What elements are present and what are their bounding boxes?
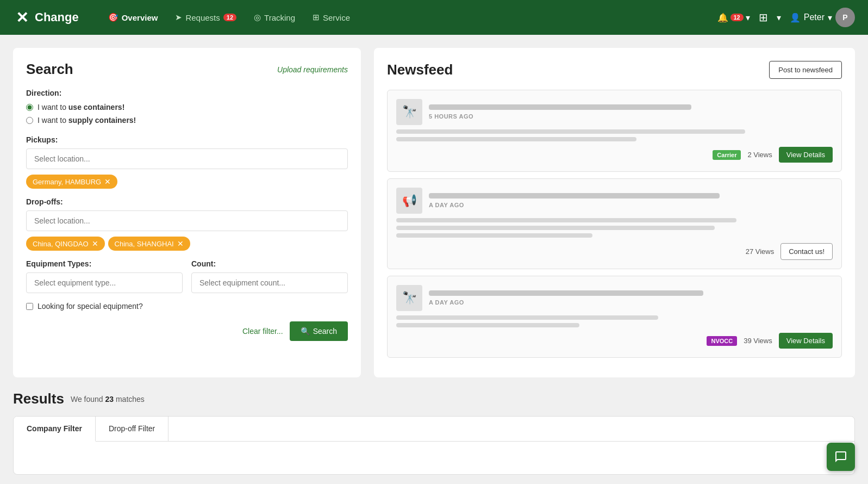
avatar: P: [835, 8, 855, 27]
news-icon-binoculars: 🔭: [396, 99, 422, 125]
tag-china-shanghai: China, SHANGHAI ✕: [108, 237, 190, 251]
tab-dropoff-filter[interactable]: Drop-off Filter: [96, 417, 168, 441]
dropoffs-section: Drop-offs: China, QINGDAO ✕ China, SHANG…: [26, 197, 348, 251]
radio-use-label: I want to use containers!: [38, 103, 124, 111]
nav-label-overview: Overview: [122, 13, 158, 22]
news-body-line: [396, 315, 658, 320]
views-count: 27 Views: [746, 247, 775, 256]
news-time: A DAY AGO: [429, 299, 833, 306]
views-count: 39 Views: [744, 337, 772, 345]
special-equipment-checkbox[interactable]: [26, 303, 33, 310]
news-body-line: [396, 218, 736, 222]
special-equipment-label[interactable]: Looking for special equipment?: [38, 302, 143, 311]
pickups-label: Pickups:: [26, 135, 348, 144]
nav-item-tracking[interactable]: ◎ Tracking: [246, 8, 303, 27]
nav-item-requests[interactable]: ➤ Requests 12: [167, 8, 244, 27]
news-footer: Carrier 2 Views View Details: [396, 147, 833, 163]
tag-remove-qingdao[interactable]: ✕: [92, 239, 98, 248]
upload-requirements-link[interactable]: Upload requirements: [277, 65, 348, 74]
nav-item-overview[interactable]: 🎯 Overview: [101, 8, 166, 27]
news-meta: 5 HOURS AGO: [429, 104, 833, 120]
search-actions: Clear filter... 🔍 Search: [26, 321, 348, 341]
news-meta: A DAY AGO: [429, 290, 833, 306]
dropoffs-tags: China, QINGDAO ✕ China, SHANGHAI ✕: [26, 237, 348, 251]
special-equipment-section: Looking for special equipment?: [26, 302, 348, 311]
direction-label: Direction:: [26, 89, 348, 97]
radio-supply-label: I want to supply containers!: [38, 116, 136, 125]
news-footer: 27 Views Contact us!: [396, 243, 833, 260]
count-input[interactable]: [191, 272, 348, 293]
news-time: 5 HOURS AGO: [429, 113, 833, 120]
radio-supply-input[interactable]: [26, 117, 33, 124]
post-to-newsfeed-button[interactable]: Post to newsfeed: [769, 61, 842, 79]
search-title: Search: [26, 61, 73, 78]
notifications-chevron: ▾: [746, 13, 750, 23]
contact-button[interactable]: Contact us!: [780, 243, 833, 260]
news-footer: NVOCC 39 Views View Details: [396, 333, 833, 349]
search-panel: Search Upload requirements Direction: I …: [13, 48, 361, 377]
logo[interactable]: ✕ Change: [13, 9, 79, 26]
news-icon-binoculars-2: 🔭: [396, 285, 422, 311]
news-body-line: [396, 129, 745, 134]
results-section: Results We found 23 matches Company Filt…: [0, 377, 868, 484]
tag-remove-germany[interactable]: ✕: [104, 177, 111, 186]
search-button[interactable]: 🔍 Search: [290, 321, 348, 341]
news-body: [396, 315, 833, 327]
pickups-input[interactable]: [26, 148, 348, 169]
radio-use-containers[interactable]: I want to use containers!: [26, 103, 348, 111]
user-menu[interactable]: 👤 Peter ▾ P: [790, 8, 855, 27]
overview-icon: 🎯: [108, 13, 118, 22]
search-panel-header: Search Upload requirements: [26, 61, 348, 78]
news-item-header: 📢 A DAY AGO: [396, 188, 833, 214]
tag-china-qingdao: China, QINGDAO ✕: [26, 237, 105, 251]
news-title-bar: [429, 290, 703, 296]
results-title: Results: [13, 390, 64, 407]
news-body: [396, 129, 833, 141]
notifications-bell[interactable]: 🔔 12 ▾: [717, 13, 750, 23]
results-subtitle: We found 23 matches: [71, 395, 145, 404]
view-details-button[interactable]: View Details: [779, 147, 833, 163]
grid-icon[interactable]: ⊞: [759, 11, 768, 24]
tab-company-filter[interactable]: Company Filter: [14, 417, 96, 442]
logo-text: Change: [35, 10, 79, 24]
user-name: Peter: [804, 13, 825, 22]
news-time: A DAY AGO: [429, 202, 833, 208]
user-chevron: ▾: [828, 13, 832, 23]
view-details-button-2[interactable]: View Details: [779, 333, 833, 349]
results-suffix: matches: [116, 395, 145, 404]
news-meta: A DAY AGO: [429, 193, 833, 208]
tag-remove-shanghai[interactable]: ✕: [177, 239, 184, 248]
carrier-badge: Carrier: [713, 150, 741, 160]
radio-use-input[interactable]: [26, 104, 33, 111]
tag-label: China, SHANGHAI: [115, 240, 174, 248]
nav-label-requests: Requests: [185, 13, 220, 22]
newsfeed-title: Newsfeed: [387, 61, 453, 78]
tab-content: [14, 442, 854, 474]
dropoffs-input[interactable]: [26, 210, 348, 231]
notifications-badge: 12: [730, 14, 744, 21]
chat-button[interactable]: [827, 443, 855, 471]
news-item: 📢 A DAY AGO 27 Views Contact us!: [387, 178, 842, 269]
news-body-line: [396, 226, 715, 230]
tag-label: China, QINGDAO: [33, 240, 89, 248]
service-icon: ⊞: [313, 13, 320, 22]
nav-label-tracking: Tracking: [264, 13, 295, 22]
tag-germany-hamburg: Germany, HAMBURG ✕: [26, 175, 117, 189]
count-field: Count:: [191, 259, 348, 293]
direction-radio-group: I want to use containers! I want to supp…: [26, 103, 348, 125]
radio-supply-containers[interactable]: I want to supply containers!: [26, 116, 348, 125]
results-tabs: Company Filter Drop-off Filter: [13, 416, 855, 475]
results-prefix: We found: [71, 395, 103, 404]
user-icon: 👤: [790, 13, 801, 23]
news-icon-announce: 📢: [396, 188, 422, 214]
navbar: ✕ Change 🎯 Overview ➤ Requests 12 ◎ Trac…: [0, 0, 868, 35]
equipment-type-input[interactable]: [26, 272, 183, 293]
news-item-header: 🔭 5 HOURS AGO: [396, 99, 833, 125]
clear-filter-link[interactable]: Clear filter...: [242, 327, 283, 336]
news-item-header: 🔭 A DAY AGO: [396, 285, 833, 311]
nav-item-service[interactable]: ⊞ Service: [305, 8, 358, 27]
newsfeed-header: Newsfeed Post to newsfeed: [387, 61, 842, 79]
news-item: 🔭 A DAY AGO NVOCC 39 Views View Details: [387, 276, 842, 358]
views-count: 2 Views: [747, 151, 772, 159]
chat-icon: [834, 450, 847, 463]
